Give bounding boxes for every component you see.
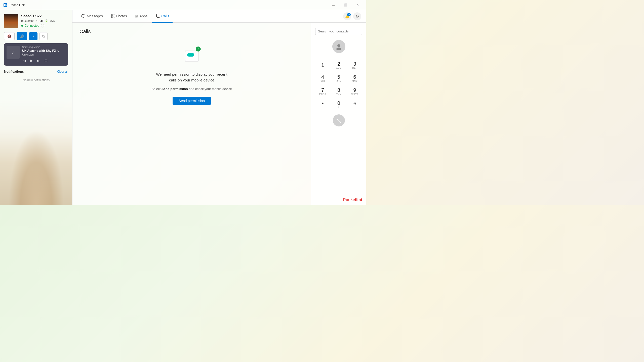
music-player: ♪ Samsung Music UK Apache with Shy FX -.… bbox=[4, 43, 68, 66]
send-permission-button[interactable]: Send permission bbox=[173, 97, 211, 105]
dial-key-3[interactable]: 3DEF bbox=[347, 59, 362, 71]
tab-apps[interactable]: ⊞ Apps bbox=[131, 10, 151, 23]
music-controls: ⏮ ▶ ⏭ ⊡ bbox=[22, 58, 66, 63]
dial-number: 1 bbox=[321, 62, 324, 68]
dial-letters: MNO bbox=[352, 80, 358, 82]
mute-icon: 🔇 bbox=[7, 34, 11, 38]
bluetooth-icon bbox=[35, 19, 38, 22]
dial-number: 2 bbox=[337, 61, 340, 67]
calls-main-wrapper: Calls ✓ We need permission to display yo… bbox=[72, 23, 311, 205]
tab-calls[interactable]: 📞 Calls bbox=[152, 10, 173, 23]
dial-number: * bbox=[322, 102, 324, 107]
dial-key-2[interactable]: 2ABC bbox=[331, 59, 346, 71]
permission-line2: calls on your mobile device bbox=[169, 78, 214, 82]
apps-icon: ⊞ bbox=[135, 14, 138, 18]
mute-button[interactable]: 🔇 bbox=[4, 32, 15, 40]
screen-button[interactable]: ⧉ bbox=[39, 32, 48, 40]
calls-layout: Calls ✓ We need permission to display yo… bbox=[72, 23, 366, 205]
app-title: Phone Link bbox=[10, 3, 25, 7]
permission-area: ✓ We need permission to display your rec… bbox=[72, 40, 311, 110]
dial-key-5[interactable]: 5JKL bbox=[331, 72, 346, 84]
close-button[interactable]: ✕ bbox=[352, 1, 363, 9]
dial-number: 3 bbox=[353, 61, 356, 67]
restore-button[interactable]: ⬜ bbox=[340, 1, 351, 9]
device-details: Saeed's S22 Bluetooth; 🔋 76% bbox=[21, 14, 68, 27]
next-track-button[interactable]: ⏭ bbox=[36, 58, 41, 63]
tab-photos-label: Photos bbox=[116, 14, 127, 18]
notifications-section: Notifications Clear all No new notificat… bbox=[0, 70, 72, 85]
tab-calls-label: Calls bbox=[161, 14, 169, 18]
call-button[interactable] bbox=[333, 114, 345, 126]
dial-letters: WXYZ bbox=[351, 93, 358, 95]
no-notifications-text: No new notifications bbox=[4, 75, 68, 85]
messages-icon: 💬 bbox=[81, 14, 85, 18]
main-content: 💬 Messages 🖼 Photos ⊞ Apps 📞 Calls 🔔 15 bbox=[72, 10, 366, 205]
minimize-button[interactable]: — bbox=[328, 1, 339, 9]
dial-number: 4 bbox=[321, 74, 324, 80]
music-info: Samsung Music UK Apache with Shy FX -...… bbox=[22, 46, 66, 63]
settings-button[interactable]: ⚙ bbox=[353, 12, 361, 20]
sidebar: Saeed's S22 Bluetooth; 🔋 76% bbox=[0, 10, 72, 205]
sidebar-background bbox=[0, 100, 72, 205]
dial-number: # bbox=[353, 102, 356, 107]
music-artist: Unknown bbox=[22, 53, 66, 56]
device-image bbox=[4, 14, 18, 28]
device-name: Saeed's S22 bbox=[21, 14, 68, 18]
contact-search-input[interactable] bbox=[315, 28, 362, 35]
nav-tabs: 💬 Messages 🖼 Photos ⊞ Apps 📞 Calls 🔔 15 bbox=[72, 10, 366, 23]
device-stats: Bluetooth; 🔋 76% bbox=[21, 19, 68, 22]
dial-letters: JKL bbox=[337, 80, 341, 82]
music-artwork: ♪ bbox=[7, 46, 20, 59]
dial-number: 0 bbox=[337, 100, 340, 106]
music-toggle-button[interactable]: ♪ bbox=[29, 32, 37, 40]
dial-letters: DEF bbox=[352, 67, 357, 69]
dial-key-9[interactable]: 9WXYZ bbox=[347, 85, 362, 97]
dial-key-4[interactable]: 4GHI bbox=[315, 72, 330, 84]
music-icon: ♪ bbox=[32, 34, 34, 38]
permission-instruction-pre: Select bbox=[151, 87, 162, 91]
svg-rect-3 bbox=[40, 21, 40, 22]
dial-key-6[interactable]: 6MNO bbox=[347, 72, 362, 84]
svg-point-9 bbox=[336, 48, 341, 50]
quick-actions: 🔇 🔊 ♪ ⧉ bbox=[0, 32, 72, 43]
dial-key-0[interactable]: 0+ bbox=[331, 98, 346, 110]
dialpad-panel: 12ABC3DEF4GHI5JKL6MNO7PQRS8TUV9WXYZ*0+# bbox=[311, 23, 366, 205]
dial-number: 9 bbox=[353, 87, 356, 93]
tab-photos[interactable]: 🖼 Photos bbox=[107, 10, 131, 23]
notification-badge[interactable]: 🔔 15 bbox=[343, 12, 351, 20]
tab-messages[interactable]: 💬 Messages bbox=[77, 10, 106, 23]
screen-icon: ⧉ bbox=[42, 34, 45, 38]
refresh-icon[interactable] bbox=[41, 24, 44, 27]
watermark: Pocketlint bbox=[343, 198, 362, 202]
permission-text: We need permission to display your recen… bbox=[156, 72, 227, 83]
dial-key-8[interactable]: 8TUV bbox=[331, 85, 346, 97]
permission-instruction-post: and check your mobile device bbox=[188, 87, 232, 91]
clear-all-button[interactable]: Clear all bbox=[57, 70, 68, 73]
sound-button[interactable]: 🔊 bbox=[17, 32, 27, 40]
photos-icon: 🖼 bbox=[111, 14, 114, 18]
music-note-icon: ♪ bbox=[12, 50, 14, 55]
dial-number: 7 bbox=[321, 87, 324, 93]
music-source: Samsung Music bbox=[22, 46, 66, 49]
permission-subtext: Select Send permission and check your mo… bbox=[151, 87, 232, 91]
notification-count: 15 bbox=[347, 13, 351, 16]
dial-key-#[interactable]: # bbox=[347, 98, 362, 110]
notifications-title: Notifications bbox=[4, 70, 24, 73]
dial-key-*[interactable]: * bbox=[315, 98, 330, 110]
dial-key-1[interactable]: 1 bbox=[315, 59, 330, 71]
bluetooth-icon: Bluetooth; bbox=[21, 19, 34, 22]
play-pause-button[interactable]: ▶ bbox=[30, 58, 33, 63]
svg-rect-5 bbox=[41, 20, 42, 22]
svg-rect-7 bbox=[43, 19, 43, 22]
permission-icon: ✓ bbox=[182, 46, 202, 66]
dial-number: 5 bbox=[337, 74, 340, 80]
contact-avatar bbox=[332, 40, 345, 53]
prev-track-button[interactable]: ⏮ bbox=[22, 58, 27, 63]
dial-key-7[interactable]: 7PQRS bbox=[315, 85, 330, 97]
app-container: Saeed's S22 Bluetooth; 🔋 76% bbox=[0, 10, 366, 205]
signal-icon bbox=[40, 19, 43, 22]
dial-number: 8 bbox=[337, 87, 340, 93]
battery-percent: 76% bbox=[50, 19, 55, 22]
svg-rect-4 bbox=[41, 21, 41, 22]
cast-button[interactable]: ⊡ bbox=[44, 58, 48, 63]
